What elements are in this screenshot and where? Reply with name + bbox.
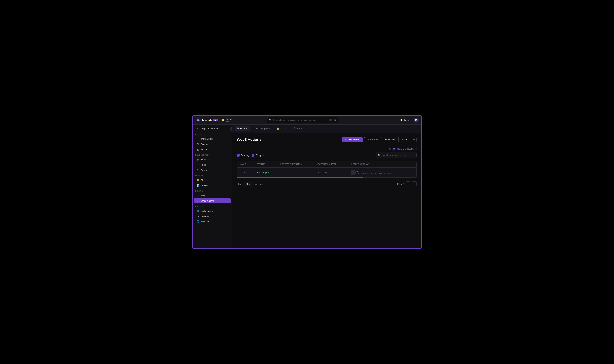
logo-area: tenderly PRO	[195, 117, 218, 123]
sidebar-section-project: Project	[193, 204, 232, 208]
sidebar-item-label: Alerts	[201, 179, 207, 182]
node-icon: ▤	[196, 194, 199, 197]
tab-secrets-label: Secrets	[280, 127, 288, 130]
sidebar-section-development: Development	[193, 152, 232, 157]
action-name-link[interactable]: action1	[240, 171, 247, 174]
global-search-bar[interactable]: 🔍 ⌘ + k	[267, 117, 339, 123]
per-page-label: per page	[254, 183, 263, 185]
sidebar-item-contracts[interactable]: ⊡ Contracts	[194, 142, 231, 147]
sidebar-item-simulator[interactable]: ◎ Simulator	[194, 157, 231, 162]
sidebar-item-label: Collaborators	[201, 210, 214, 212]
global-search-input[interactable]	[273, 119, 327, 121]
sidebar-item-project-dashboard[interactable]: ⌂ Project Dashboard	[194, 126, 231, 131]
transactions-icon: ↔	[196, 137, 199, 140]
tab-secrets[interactable]: 🔒 Secrets	[274, 126, 290, 131]
settings-icon: ⚙	[196, 215, 199, 218]
sidebar: ‹ ⌂ Project Dashboard Inspect ↔ Transact…	[193, 125, 232, 248]
interval-chevron-icon: ▾	[406, 138, 407, 141]
tab-storage-label: Storage	[296, 127, 305, 130]
search-icon: 🔍	[269, 119, 272, 121]
per-page-select[interactable]: 20 ▾	[244, 182, 252, 186]
contracts-icon: ⊡	[196, 143, 199, 145]
docs-label: Docs	[404, 119, 409, 121]
page-label: Page 1	[397, 183, 404, 185]
chevron-down-icon: ▾	[234, 119, 234, 121]
networks-icon: 🌐	[196, 220, 199, 223]
home-icon: ⌂	[196, 127, 199, 130]
sidebar-item-collaborators[interactable]: 👥 Collaborators	[194, 208, 231, 213]
actions-tab-icon: ⟨⟩	[237, 127, 239, 130]
sidebar-item-networks[interactable]: 🌐 Networks	[194, 219, 231, 224]
table-search-wrap[interactable]: 🔍	[376, 152, 417, 158]
forks-icon: ⑂	[196, 163, 199, 166]
col-execution-type: Execution Type	[315, 161, 348, 168]
sidebar-item-label: Settings	[201, 215, 209, 218]
tab-error-reporting-label: Error Reporting	[256, 127, 271, 130]
project-selector[interactable]: 📁 Project project ▾	[220, 117, 236, 123]
version-hash: 2bff56c3-8472-41b9-9b62-584a0b0705	[357, 173, 396, 175]
progress-bar-row	[237, 177, 417, 178]
sidebar-item-label: Contracts	[201, 143, 210, 145]
collaborators-icon: 👥	[196, 209, 199, 212]
tab-actions[interactable]: ⟨⟩ Actions	[235, 126, 250, 131]
sidebar-item-devnets[interactable]: ⋮⋮ DevNets	[194, 168, 231, 173]
user-avatar[interactable]: TD	[414, 117, 419, 123]
prev-page-button[interactable]: ‹	[406, 182, 410, 186]
sidebar-item-transactions[interactable]: ↔ Transactions	[194, 136, 231, 141]
interval-button[interactable]: 30s ▾	[400, 137, 409, 142]
sidebar-item-label: Node	[201, 194, 206, 197]
filter-stopped[interactable]: ✓ Stopped	[252, 154, 264, 156]
row-status-cell: Deployed	[254, 168, 278, 177]
filter-checks: ✓ Running ✓ Stopped	[237, 154, 264, 156]
tab-storage[interactable]: 🗄 Storage	[291, 126, 307, 131]
stop-all-button[interactable]: ⊘ Stop All	[364, 137, 381, 142]
sidebar-item-web3-actions[interactable]: ⊕ Web3 Actions	[194, 198, 231, 203]
feedback-link[interactable]: Have suggestions or feedback?	[388, 148, 417, 150]
analytics-icon: 📊	[196, 184, 199, 187]
docs-chevron-icon: ▾	[409, 119, 410, 121]
col-status: Status	[254, 161, 278, 168]
search-shortcut: ⌘ + k	[329, 119, 336, 121]
show-label: Show	[237, 183, 242, 185]
pagination-row: Show 20 ▾ per page Page 1 ‹ ›	[237, 182, 417, 186]
status-label: Deployed	[259, 171, 269, 174]
running-checkbox[interactable]: ✓	[237, 154, 239, 156]
refresh-button[interactable]: ↻ Refresh	[383, 137, 399, 142]
stop-all-icon: ⊘	[367, 138, 369, 141]
row-active-version-cell: ⚙ #1 2bff56c3-8472-41b9-9b62-584a0b0705	[348, 168, 417, 177]
per-page-control: Show 20 ▾ per page	[237, 182, 263, 186]
add-action-button[interactable]: ⊕ Add Action	[342, 137, 363, 142]
sidebar-item-settings[interactable]: ⚙ Settings	[194, 214, 231, 219]
filter-stopped-label: Stopped	[256, 154, 264, 156]
table-row: action1 Deployed -	[237, 168, 417, 177]
next-page-button[interactable]: ›	[412, 182, 417, 186]
sidebar-item-alerts[interactable]: 🔔 Alerts	[194, 178, 231, 183]
sidebar-section-inspect: Inspect	[193, 131, 232, 136]
page-header: Web3 Actions ⊕ Add Action ⊘ Stop All ↻ R	[237, 137, 417, 142]
main-layout: ‹ ⌂ Project Dashboard Inspect ↔ Transact…	[193, 125, 421, 248]
feedback-row: Have suggestions or feedback?	[237, 147, 417, 150]
sidebar-item-analytics[interactable]: 📊 Analytics	[194, 183, 231, 188]
tab-error-reporting[interactable]: ⚠ Error Reporting	[250, 126, 273, 131]
sidebar-item-node[interactable]: ▤ Node	[194, 193, 231, 198]
app-frame: tenderly PRO 📁 Project project ▾ 🔍 ⌘ + k…	[192, 115, 422, 249]
sidebar-section-infra: Infra 3.0	[193, 188, 232, 193]
wallets-icon: ▣	[196, 148, 199, 151]
sidebar-item-forks[interactable]: ⑂ Forks	[194, 162, 231, 167]
sidebar-item-label: Transactions	[201, 138, 213, 140]
more-options-button[interactable]: ···	[411, 137, 417, 142]
stopped-checkbox[interactable]: ✓	[252, 154, 254, 156]
docs-icon: 📋	[400, 119, 403, 121]
tab-bar: ⟨⟩ Actions ⚠ Error Reporting 🔒 Secrets 🗄…	[232, 125, 421, 133]
alerts-icon: 🔔	[196, 179, 199, 182]
add-action-icon: ⊕	[345, 138, 347, 141]
table-search-input[interactable]	[382, 154, 407, 156]
filter-running[interactable]: ✓ Running	[237, 154, 249, 156]
status-dot	[257, 172, 258, 173]
topbar-right: 📋 Docs ▾ TD	[399, 117, 419, 123]
docs-button[interactable]: 📋 Docs ▾	[399, 118, 412, 122]
tab-actions-label: Actions	[240, 127, 247, 130]
web3-actions-icon: ⊕	[196, 199, 199, 202]
sidebar-item-wallets[interactable]: ▣ Wallets	[194, 147, 231, 152]
error-reporting-tab-icon: ⚠	[253, 127, 255, 130]
